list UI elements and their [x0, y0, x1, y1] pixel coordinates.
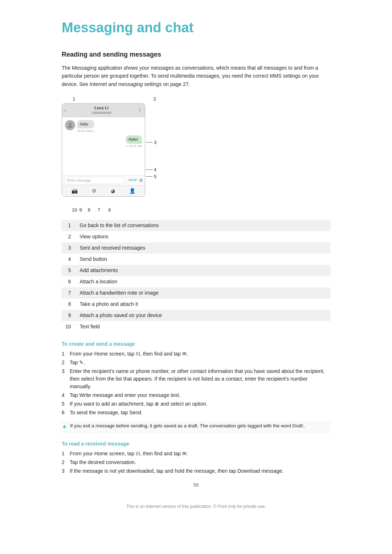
sent-bubble-meta: ✓ 12:11, Me — [126, 144, 142, 148]
table-row: 2View options — [62, 231, 330, 242]
list-item: 1From your Home screen, tap ⁞⁞⁞, then fi… — [62, 350, 330, 358]
sent-bubble-text: Hello! — [126, 135, 142, 144]
row-num: 8 — [62, 299, 76, 310]
toolbar-settings-icon[interactable]: ⚙ — [92, 187, 97, 195]
step-number: 6 — [62, 409, 68, 416]
screenshot-area: 1 2 ‹ Lucy Li 13800000005 ⋮ — [62, 95, 330, 213]
intro-text-end: on page 27. — [162, 81, 190, 87]
table-row: 8Take a photo and attach it — [62, 299, 330, 310]
list-item: 4Tap Write message and enter your messag… — [62, 391, 330, 399]
contact-name: Lucy Li — [94, 105, 109, 111]
bottom-labels-row: 10 9 8 7 6 — [72, 206, 111, 214]
list-item: 5If you want to add an attachment, tap ⊕… — [62, 400, 330, 408]
table-row: 7Attach a handwritten note or image — [62, 287, 330, 299]
page-container: Messaging and chat Reading and sending m… — [40, 0, 352, 532]
intro-italic: Internet and messaging settings — [90, 81, 162, 87]
row-desc: Go back to the list of conversations — [76, 220, 330, 231]
row-desc: Attach a photo saved on your device — [76, 310, 330, 321]
page-footer: This is an Internet version of this publ… — [62, 503, 330, 510]
received-bubble-row: Hello 12:10 Lucy Li — [65, 120, 142, 133]
device-toolbar: 📸 ⚙ ◕ 👤 — [62, 185, 145, 196]
step-number: 2 — [62, 459, 68, 466]
page-title: Messaging and chat — [62, 17, 330, 38]
row-desc: Add attachments — [76, 265, 330, 276]
read-message-heading: To read a received message — [62, 440, 330, 448]
step-number: 5 — [62, 400, 68, 408]
side-label-3: 3 — [146, 139, 156, 146]
list-item: 3Enter the recipient's name or phone num… — [62, 368, 330, 390]
row-num: 2 — [62, 231, 76, 242]
label-10-bottom: 10 — [72, 206, 77, 214]
line-4 — [146, 169, 152, 170]
list-item: 2Tap the desired conversation. — [62, 459, 330, 466]
device-chat-area: Hello 12:10 Lucy Li Hello! ✓ 12:11, Me — [62, 117, 145, 175]
toolbar-contact-icon[interactable]: 👤 — [129, 187, 135, 195]
device-top-labels: 1 2 — [73, 95, 156, 103]
step-number: 4 — [62, 391, 68, 399]
row-num: 4 — [62, 254, 76, 265]
row-desc: Take a photo and attach it — [76, 299, 330, 310]
list-item: 2Tap ✎. — [62, 359, 330, 366]
received-bubble-text: Hello — [77, 120, 94, 128]
step-number: 1 — [62, 450, 68, 457]
toolbar-location-icon[interactable]: ◕ — [111, 187, 115, 195]
message-input[interactable]: Write message — [64, 177, 125, 184]
step-text: From your Home screen, tap ⁞⁞⁞, then fin… — [70, 450, 330, 457]
note-icon: ✦ — [62, 422, 67, 432]
contact-info: Lucy Li 13800000005 — [91, 105, 111, 116]
table-row: 5Add attachments — [62, 265, 330, 276]
device-statusbar: ‹ Lucy Li 13800000005 ⋮ — [62, 104, 145, 117]
svg-point-0 — [69, 123, 72, 125]
table-row: 4Send button — [62, 254, 330, 265]
label-3-text: 3 — [154, 139, 156, 146]
received-bubble: Hello 12:10 Lucy Li — [77, 120, 94, 133]
step-text: Tap the desired conversation. — [70, 459, 330, 466]
note-text: If you exit a message before sending, it… — [70, 422, 305, 430]
sent-bubble: Hello! ✓ 12:11, Me — [126, 135, 142, 148]
create-send-heading: To create and send a message — [62, 340, 330, 348]
send-button-device[interactable]: Send — [127, 177, 138, 184]
line-5 — [146, 176, 152, 177]
page-number: 58 — [62, 481, 330, 489]
attach-icon-device[interactable]: ⊕ — [139, 177, 143, 184]
device-input-row: Write message Send ⊕ — [62, 175, 145, 185]
row-desc: Attach a location — [76, 276, 330, 287]
options-dots: ⋮ — [137, 106, 143, 114]
side-label-5: 5 — [146, 173, 156, 180]
label-7-bottom: 7 — [98, 206, 100, 214]
device-and-labels: ‹ Lucy Li 13800000005 ⋮ He — [62, 103, 160, 205]
list-item: 1From your Home screen, tap ⁞⁞⁞, then fi… — [62, 450, 330, 457]
row-num: 6 — [62, 276, 76, 287]
row-num: 9 — [62, 310, 76, 321]
row-num: 5 — [62, 265, 76, 276]
read-steps-list: 1From your Home screen, tap ⁞⁞⁞, then fi… — [62, 450, 330, 475]
list-item: 3If the message is not yet downloaded, t… — [62, 467, 330, 475]
table-row: 6Attach a location — [62, 276, 330, 287]
row-num: 10 — [62, 321, 76, 332]
step-text: To send the message, tap Send. — [70, 409, 330, 416]
sent-bubble-row: Hello! ✓ 12:11, Me — [65, 135, 142, 148]
note-box: ✦ If you exit a message before sending, … — [62, 421, 330, 434]
line-3 — [146, 142, 152, 143]
side-label-4: 4 — [146, 166, 156, 173]
step-number: 2 — [62, 359, 68, 366]
step-text: Tap ✎. — [70, 359, 330, 366]
table-row: 10Text field — [62, 321, 330, 332]
step-text: If you want to add an attachment, tap ⊕ … — [70, 400, 330, 408]
row-desc: Text field — [76, 321, 330, 332]
step-number: 3 — [62, 467, 68, 475]
label-2: 2 — [154, 95, 156, 103]
toolbar-emoji-icon[interactable]: 📸 — [72, 187, 78, 195]
section1-heading: Reading and sending messages — [62, 50, 330, 59]
label-1: 1 — [73, 95, 75, 103]
row-desc: View options — [76, 231, 330, 242]
step-text: Tap Write message and enter your message… — [70, 391, 330, 399]
row-desc: Send button — [76, 254, 330, 265]
row-desc: Attach a handwritten note or image — [76, 287, 330, 299]
create-steps-list: 1From your Home screen, tap ⁞⁞⁞, then fi… — [62, 350, 330, 416]
row-num: 7 — [62, 287, 76, 299]
label-5-text: 5 — [154, 173, 156, 180]
step-number: 3 — [62, 368, 68, 375]
step-text: From your Home screen, tap ⁞⁞⁞, then fin… — [70, 350, 330, 358]
row-num: 1 — [62, 220, 76, 231]
